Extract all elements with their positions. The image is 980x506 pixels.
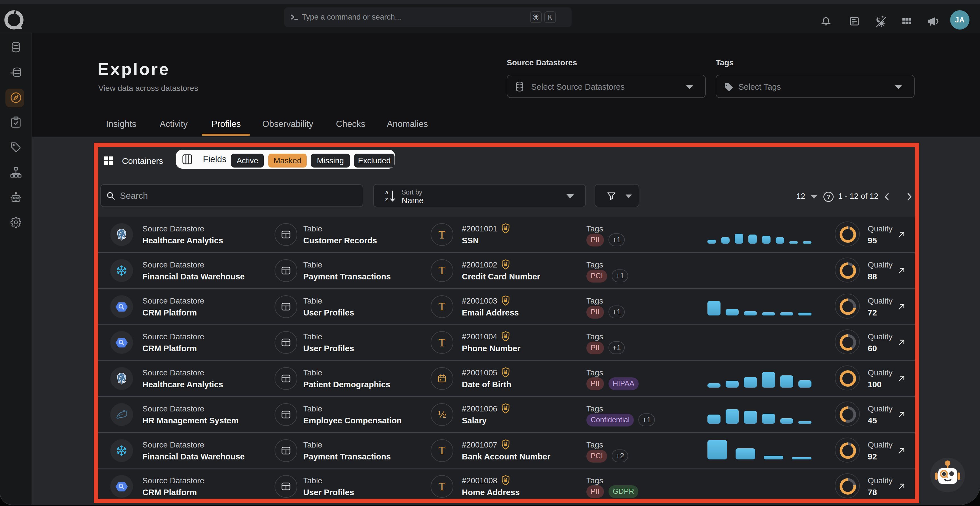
svg-text:Z: Z: [385, 197, 388, 202]
svg-text:?: ?: [827, 194, 830, 200]
svg-text:A: A: [385, 190, 388, 195]
